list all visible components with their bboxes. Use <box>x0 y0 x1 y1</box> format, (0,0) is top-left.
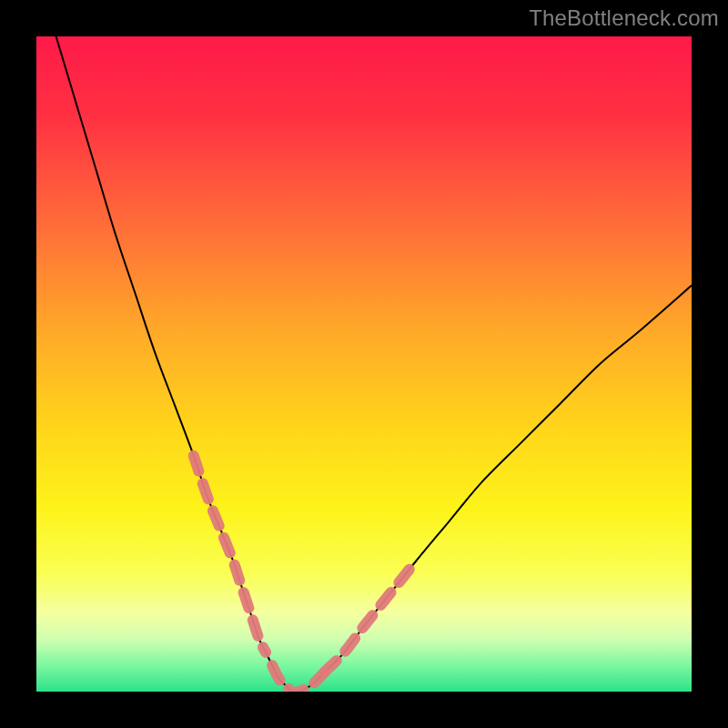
series-bottleneck-curve <box>56 36 692 692</box>
plot-area <box>36 36 692 692</box>
watermark-text: TheBottleneck.com <box>529 5 719 31</box>
series-highlight-bottom <box>272 665 325 692</box>
series-highlight-left <box>194 456 266 652</box>
outer-frame: TheBottleneck.com <box>0 0 728 728</box>
curve-layer <box>36 36 692 692</box>
series-highlight-right <box>325 561 417 672</box>
